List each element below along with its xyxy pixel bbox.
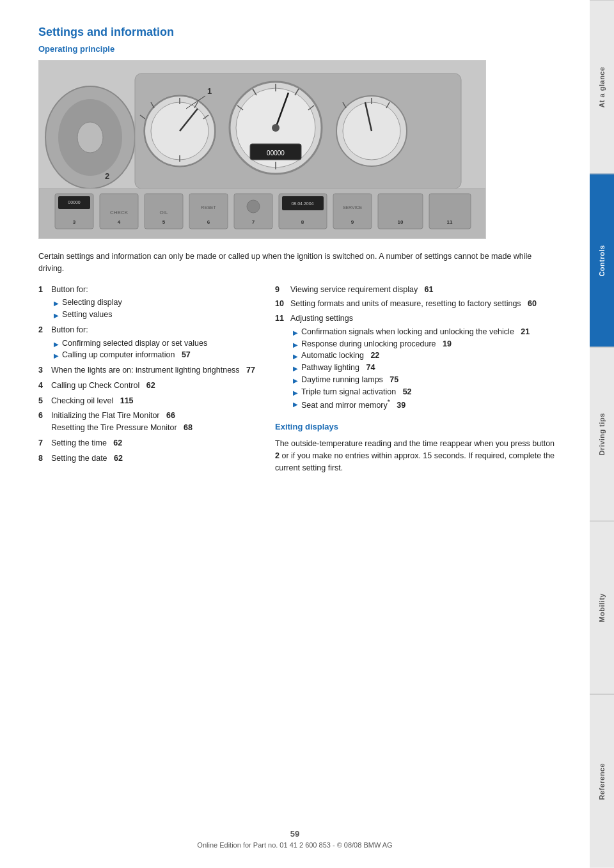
svg-point-52	[247, 200, 260, 213]
triangle-icon: ▶	[293, 364, 298, 373]
right-item-11: 11 Adjusting settings ▶ Confirmation sig…	[275, 313, 558, 412]
triangle-icon: ▶	[293, 388, 298, 398]
page-footer: 59 Online Edition for Part no. 01 41 2 6…	[0, 829, 590, 849]
two-column-layout: 1 Button for: ▶ Selecting display ▶ Sett…	[38, 284, 558, 483]
list-item-8: 8 Setting the date 62	[38, 453, 256, 465]
svg-text:7: 7	[252, 219, 255, 225]
svg-text:SERVICE: SERVICE	[343, 205, 363, 210]
list-item-6: 6 Initializing the Flat Tire Monitor 66 …	[38, 410, 256, 434]
triangle-icon: ▶	[54, 351, 59, 360]
item-11-sub: ▶ Confirmation signals when locking and …	[290, 326, 530, 412]
sub-item-pathway-lighting: ▶ Pathway lighting 74	[293, 362, 530, 374]
svg-text:2: 2	[105, 171, 109, 181]
right-column: 9 Viewing service requirement display 61…	[275, 284, 558, 483]
page-number: 59	[0, 829, 590, 839]
right-item-10: 10 Setting formats and units of measure,…	[275, 298, 558, 310]
sub-item-computer-info: ▶ Calling up computer information 57	[54, 349, 256, 361]
triangle-icon: ▶	[293, 399, 298, 409]
sidebar: At a glance Controls Driving tips Mobili…	[590, 0, 614, 868]
svg-text:CHECK: CHECK	[110, 210, 129, 215]
triangle-icon: ▶	[54, 339, 59, 349]
left-numbered-list: 1 Button for: ▶ Selecting display ▶ Sett…	[38, 284, 256, 465]
operating-principle-subtitle: Operating principle	[38, 44, 558, 54]
svg-text:1: 1	[207, 86, 212, 96]
svg-text:RESET: RESET	[201, 205, 216, 210]
list-item-4: 4 Calling up Check Control 62	[38, 380, 256, 392]
svg-text:3: 3	[73, 219, 76, 225]
triangle-icon: ▶	[293, 352, 298, 361]
svg-point-24	[272, 124, 279, 132]
main-content: Settings and information Operating princ…	[0, 0, 590, 868]
sub-item-confirmation-signals: ▶ Confirmation signals when locking and …	[293, 326, 530, 338]
sub-item-response-unlocking: ▶ Response during unlocking procedure 19	[293, 338, 530, 350]
sidebar-tab-controls[interactable]: Controls	[590, 174, 614, 348]
sidebar-tab-driving-tips[interactable]: Driving tips	[590, 347, 614, 521]
item-1-sub: ▶ Selecting display ▶ Setting values	[51, 297, 256, 321]
sub-item-automatic-locking: ▶ Automatic locking 22	[293, 350, 530, 362]
svg-text:8: 8	[301, 219, 304, 225]
svg-text:OIL: OIL	[160, 210, 168, 215]
item-2-sub: ▶ Confirming selected display or set val…	[51, 337, 256, 362]
sub-item-setting-values: ▶ Setting values	[54, 309, 256, 321]
sub-item-selecting-display: ▶ Selecting display	[54, 297, 256, 309]
list-item-1: 1 Button for: ▶ Selecting display ▶ Sett…	[38, 284, 256, 321]
intro-paragraph: Certain settings and information can onl…	[38, 251, 558, 275]
svg-text:4: 4	[118, 219, 121, 225]
sidebar-tab-reference[interactable]: Reference	[590, 694, 614, 868]
sidebar-tab-at-a-glance[interactable]: At a glance	[590, 0, 614, 174]
sidebar-tab-mobility[interactable]: Mobility	[590, 521, 614, 695]
exiting-displays-title: Exiting displays	[275, 422, 558, 431]
sub-item-seat-mirror: ▶ Seat and mirror memory* 39	[293, 398, 530, 412]
list-item-3: 3 When the lights are on: instrument lig…	[38, 364, 256, 376]
page-title: Settings and information	[38, 26, 558, 39]
svg-text:9: 9	[351, 219, 354, 225]
right-item-9: 9 Viewing service requirement display 61	[275, 284, 558, 296]
svg-text:11: 11	[447, 219, 453, 225]
sub-item-confirming: ▶ Confirming selected display or set val…	[54, 337, 256, 350]
footer-text: Online Edition for Part no. 01 41 2 600 …	[197, 841, 392, 849]
svg-text:10: 10	[398, 219, 404, 225]
svg-text:00000: 00000	[267, 150, 285, 157]
sub-item-daytime-lamps: ▶ Daytime running lamps 75	[293, 374, 530, 386]
triangle-icon: ▶	[54, 298, 59, 308]
svg-point-3	[77, 122, 103, 153]
list-item-5: 5 Checking oil level 115	[38, 395, 256, 407]
svg-text:6: 6	[207, 219, 210, 225]
sub-item-triple-turn: ▶ Triple turn signal activation 52	[293, 386, 530, 398]
svg-text:08.04.2004: 08.04.2004	[291, 201, 313, 206]
dashboard-image: 00000 1 2 1 00000 3 CHECK 4 OIL 5	[38, 60, 486, 239]
triangle-icon: ▶	[293, 340, 298, 350]
svg-text:00000: 00000	[68, 200, 81, 205]
triangle-icon: ▶	[293, 376, 298, 385]
triangle-icon: ▶	[54, 311, 59, 320]
exiting-displays-text: The outside-temperature reading and the …	[275, 438, 558, 474]
left-column: 1 Button for: ▶ Selecting display ▶ Sett…	[38, 284, 256, 483]
exiting-displays-section: Exiting displays The outside-temperature…	[275, 422, 558, 474]
list-item-7: 7 Setting the time 62	[38, 437, 256, 449]
triangle-icon: ▶	[293, 328, 298, 337]
right-numbered-list: 9 Viewing service requirement display 61…	[275, 284, 558, 412]
list-item-2: 2 Button for: ▶ Confirming selected disp…	[38, 324, 256, 361]
svg-text:5: 5	[162, 219, 166, 225]
